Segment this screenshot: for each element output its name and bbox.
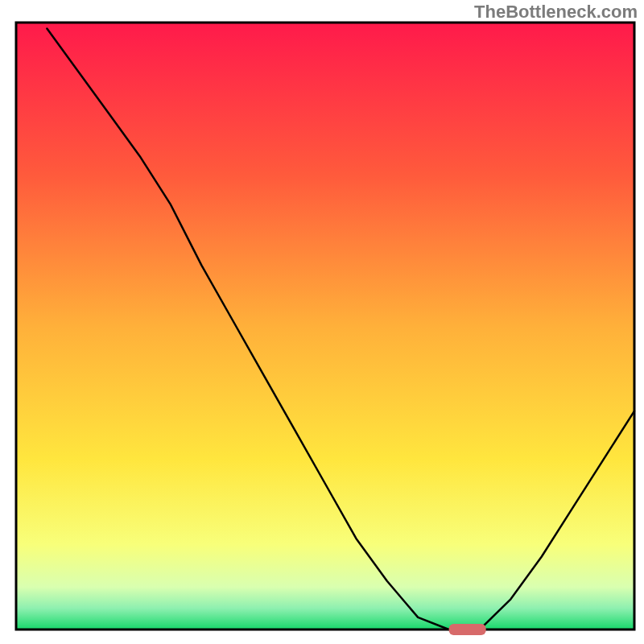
bottleneck-chart: TheBottleneck.com xyxy=(0,0,644,644)
sweet-spot-marker xyxy=(449,624,486,635)
chart-svg xyxy=(0,0,644,644)
watermark-text: TheBottleneck.com xyxy=(474,2,638,23)
